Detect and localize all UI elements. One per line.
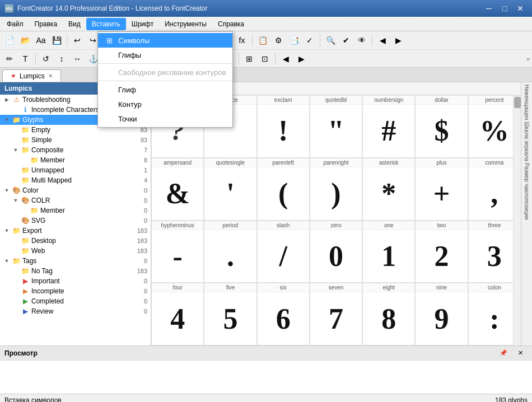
tree-item-unmapped[interactable]: 📁 Unmapped 1 xyxy=(0,165,151,175)
undo-button[interactable]: ↩ xyxy=(70,33,85,48)
glyph-cell-seven[interactable]: seven7 xyxy=(310,283,362,345)
arr-right-btn[interactable]: ▶ xyxy=(391,33,405,48)
glyph-cell-eight[interactable]: eight8 xyxy=(362,283,415,345)
menu-help[interactable]: Справка xyxy=(212,18,250,30)
menu-view[interactable]: Вид xyxy=(63,18,86,30)
glyph-cell-hyphenminus[interactable]: hyphenminus- xyxy=(151,221,204,283)
maximize-button[interactable]: □ xyxy=(497,3,512,14)
preview-close-btn[interactable]: ✕ xyxy=(513,346,528,361)
glyph-cell-asterisk[interactable]: asterisk* xyxy=(362,158,415,221)
preview-btn[interactable]: 👁 xyxy=(354,33,369,48)
tree-item-export[interactable]: ▼ 📁 Export 183 xyxy=(0,226,151,236)
glyph-cell-five[interactable]: five5 xyxy=(204,283,256,345)
font-btn[interactable]: Aa xyxy=(34,33,48,48)
tree-item-desktop[interactable]: 📁 Desktop 183 xyxy=(0,236,151,246)
glyph-char-quotesingle: ' xyxy=(224,167,236,220)
validate-btn[interactable]: ✔ xyxy=(339,33,353,48)
expand-troubleshooting[interactable]: ▶ xyxy=(2,97,11,102)
glyph-cell-one[interactable]: one1 xyxy=(362,221,415,283)
glyph-cell-nine[interactable]: nine9 xyxy=(415,283,468,345)
arr-left-btn[interactable]: ◀ xyxy=(375,33,390,48)
nav-right-btn[interactable]: ▶ xyxy=(294,52,309,66)
close-button[interactable]: ✕ xyxy=(513,3,528,14)
tree-item-multimapped[interactable]: 📁 Multi Mapped 4 xyxy=(0,175,151,185)
glyph-cell-parenright[interactable]: parenright) xyxy=(310,158,362,221)
glyph-cell-quotesingle[interactable]: quotesingle' xyxy=(204,158,256,221)
flip-v-btn[interactable]: ↕ xyxy=(54,52,69,66)
new-button[interactable]: 📄 xyxy=(2,33,17,48)
tree-item-important[interactable]: ▶ Important 0 xyxy=(0,276,151,286)
tree-item-colr-member[interactable]: 📁 Member 0 xyxy=(0,205,151,216)
glyph-cell-ampersand[interactable]: ampersand& xyxy=(151,158,204,221)
expand-composite[interactable]: ▼ xyxy=(11,147,20,153)
open-button[interactable]: 📂 xyxy=(18,33,32,48)
tree-item-member[interactable]: 📁 Member 8 xyxy=(0,155,151,165)
tree-item-tags[interactable]: ▼ 📁 Tags 0 xyxy=(0,256,151,266)
menu-edit[interactable]: Правка xyxy=(29,18,63,30)
snap-btn[interactable]: ⊡ xyxy=(258,52,272,66)
glyph-cell-period[interactable]: period. xyxy=(204,221,256,283)
sep-1 xyxy=(67,34,67,46)
tree-item-colr[interactable]: ▼ 🎨 COLR 0 xyxy=(0,195,151,205)
glyph-cell-quotedbl[interactable]: quotedbl" xyxy=(310,95,362,158)
expand-tags[interactable]: ▼ xyxy=(2,258,11,264)
tree-item-color[interactable]: ▼ 🎨 Color 0 xyxy=(0,185,151,195)
draw-btn[interactable]: ✏ xyxy=(2,52,17,66)
tab-lumpics[interactable]: ★ Lumpics ✕ xyxy=(2,69,61,82)
search-btn[interactable]: 🔍 xyxy=(323,33,338,48)
tree-item-web[interactable]: 📁 Web 183 xyxy=(0,246,151,256)
glyph-cell-plus[interactable]: plus+ xyxy=(415,158,468,221)
menu-contour-item[interactable]: Контур xyxy=(98,97,232,111)
copy-btn[interactable]: 📑 xyxy=(287,33,301,48)
menu-file[interactable]: Файл xyxy=(1,18,29,30)
tab-close-button[interactable]: ✕ xyxy=(48,73,53,79)
toolbar-row-2: ✏ T ↺ ↕ ↔ ⚓ ▷ ◁ ⊿ B ◉ ↔ 📏 〜 ⊞ ⊡ ◀ ▶ » xyxy=(0,49,532,67)
grid-btn[interactable]: ⊞ xyxy=(242,52,256,66)
minimize-button[interactable]: ─ xyxy=(482,3,496,14)
glyph-cell-six[interactable]: six6 xyxy=(257,283,310,345)
glyph-cell-parenleft[interactable]: parenleft( xyxy=(257,158,310,221)
menu-glyphs-item[interactable]: Глифы xyxy=(98,48,232,62)
tree-item-review[interactable]: ▶ Review 0 xyxy=(0,306,151,316)
menu-insert[interactable]: Вставить xyxy=(86,18,126,30)
glyph-cell-slash[interactable]: slash/ xyxy=(257,221,310,283)
paste-btn[interactable]: 📋 xyxy=(255,33,270,48)
glyph-cell-zero[interactable]: zero0 xyxy=(310,221,362,283)
save-button[interactable]: 💾 xyxy=(49,33,64,48)
expand-colr[interactable]: ▼ xyxy=(11,198,20,203)
tree-item-notag[interactable]: 📁 No Tag 183 xyxy=(0,266,151,276)
scroll-thumb[interactable] xyxy=(514,97,521,108)
check-btn[interactable]: ✓ xyxy=(302,33,317,48)
nav-left-btn[interactable]: ◀ xyxy=(278,52,293,66)
expand-color[interactable]: ▼ xyxy=(2,188,11,193)
expand-glyphs[interactable]: ▼ xyxy=(2,117,11,123)
glyph-cell-numbersign[interactable]: numbersign# xyxy=(362,95,415,158)
gen-btn[interactable]: ⚙ xyxy=(271,33,286,48)
menu-font[interactable]: Шрифт xyxy=(126,18,159,30)
menu-symbols-item[interactable]: ⊞ Символы xyxy=(98,33,232,48)
flip-h-btn[interactable]: ↔ xyxy=(70,52,85,66)
tree-item-incomplete-tag[interactable]: ▶ Incomplete 0 xyxy=(0,286,151,296)
rotate-btn[interactable]: ↺ xyxy=(39,52,53,66)
fx-btn[interactable]: fx xyxy=(235,33,249,48)
menu-points-item[interactable]: Точки xyxy=(98,111,232,126)
glyph-cell-exclam[interactable]: exclam! xyxy=(257,95,310,158)
tree-item-simple[interactable]: 📁 Simple 93 xyxy=(0,135,151,145)
tree-item-completed[interactable]: ▶ Completed 0 xyxy=(0,296,151,306)
tree-item-svg[interactable]: 🎨 SVG 0 xyxy=(0,216,151,226)
glyph-cell-four[interactable]: four4 xyxy=(151,283,204,345)
glyph-char-percent: % xyxy=(478,105,511,157)
menu-glyph-item[interactable]: Глиф xyxy=(98,82,232,97)
expand-export[interactable]: ▼ xyxy=(2,228,11,233)
glyph-cell-dollar[interactable]: dollar$ xyxy=(415,95,468,158)
glyph-scrollbar[interactable] xyxy=(513,96,521,345)
preview-pin-btn[interactable]: 📌 xyxy=(496,346,511,361)
tab-icon: ★ xyxy=(11,72,16,80)
colr-member-icon: 📁 xyxy=(29,207,39,214)
contour-label: Контур xyxy=(118,100,142,109)
text-btn[interactable]: T xyxy=(18,52,32,66)
tree-item-composite[interactable]: ▼ 📁 Composite 7 xyxy=(0,145,151,155)
color-label: Color xyxy=(22,186,137,194)
glyph-cell-two[interactable]: two2 xyxy=(415,221,468,283)
menu-tools[interactable]: Инструменты xyxy=(159,18,212,30)
